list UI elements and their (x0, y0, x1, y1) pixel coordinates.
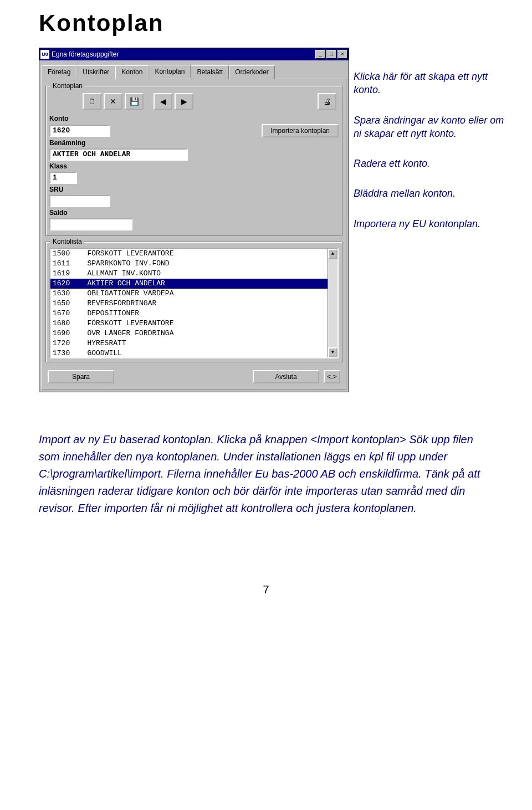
help-button[interactable]: <.> (324, 370, 340, 383)
delete-button[interactable]: ✕ (104, 93, 122, 110)
scroll-track[interactable] (328, 259, 337, 347)
label-saldo: Saldo (49, 209, 99, 217)
new-button[interactable]: 🗋 (83, 93, 101, 110)
input-konto[interactable]: 1620 (49, 125, 110, 137)
label-klass: Klass (49, 162, 99, 170)
arrow-right-icon: ▶ (181, 97, 187, 106)
tab-kontoplan[interactable]: Kontoplan (149, 65, 191, 79)
input-benamning[interactable]: AKTIER OCH ANDELAR (49, 148, 188, 161)
printer-icon: 🖨 (323, 97, 331, 106)
prev-button[interactable]: ◀ (154, 93, 172, 110)
x-icon: ✕ (110, 97, 116, 106)
app-icon: U0 (40, 50, 49, 59)
konto-listbox[interactable]: 1500 FÖRSKOTT LEVERANTÖRE1611 SPÄRRKONTO… (49, 248, 339, 358)
bottom-button-row: Spara Avsluta <.> (45, 368, 342, 386)
group-kontolista: Kontolista 1500 FÖRSKOTT LEVERANTÖRE1611… (45, 242, 342, 362)
list-item[interactable]: 1500 FÖRSKOTT LEVERANTÖRE (50, 249, 328, 259)
group-kontoplan: Kontoplan 🗋 ✕ 💾 ◀ ▶ 🖨 Konto 1620 Importe… (45, 86, 342, 236)
maximize-button[interactable]: □ (326, 50, 336, 59)
spara-button[interactable]: Spara (48, 370, 114, 383)
list-item[interactable]: 1670 DEPOSITIONER (50, 309, 328, 319)
floppy-icon: 💾 (130, 97, 139, 106)
list-item[interactable]: 1730 GOODWILL (50, 348, 328, 357)
scroll-down-button[interactable]: ▼ (328, 347, 337, 357)
label-konto: Konto (49, 115, 99, 122)
list-item[interactable]: 1680 FÖRSKOTT LEVERANTÖRE (50, 319, 328, 329)
titlebar[interactable]: U0 Egna företagsuppgifter _ □ × (39, 48, 349, 60)
group-kontolista-label: Kontolista (50, 238, 84, 245)
list-item[interactable]: 1650 REVERSFORDRINGAR (50, 299, 328, 309)
page-number: 7 (0, 583, 532, 596)
scrollbar[interactable]: ▲ ▼ (328, 249, 337, 357)
list-item[interactable]: 1690 ÖVR LÅNGFR FORDRINGA (50, 329, 328, 339)
tab-bar: Företag Utskrifter Konton Kontoplan Beta… (39, 60, 349, 79)
list-item[interactable]: 1720 HYRESRÄTT (50, 339, 328, 348)
list-item[interactable]: 1611 SPÄRRKONTO INV.FOND (50, 259, 328, 269)
tab-betalsatt[interactable]: Betalsätt (191, 65, 229, 79)
tab-utskrifter[interactable]: Utskrifter (76, 65, 115, 79)
caption-new: Klicka här för att skapa ett nytt konto. (354, 70, 509, 97)
tab-panel: Kontoplan 🗋 ✕ 💾 ◀ ▶ 🖨 Konto 1620 Importe… (42, 79, 346, 389)
caption-save: Spara ändringar av konto eller om ni ska… (354, 114, 509, 141)
next-button[interactable]: ▶ (175, 93, 193, 110)
scroll-up-button[interactable]: ▲ (328, 249, 337, 259)
close-button[interactable]: × (337, 50, 347, 59)
app-window: U0 Egna företagsuppgifter _ □ × Företag … (39, 48, 349, 392)
print-button[interactable]: 🖨 (318, 93, 336, 110)
side-captions: Klicka här för att skapa ett nytt konto.… (354, 48, 509, 247)
input-saldo[interactable] (49, 218, 132, 230)
toolbar: 🗋 ✕ 💾 ◀ ▶ 🖨 (49, 92, 339, 113)
import-kontoplan-button[interactable]: Importera kontoplan (262, 124, 339, 137)
caption-import: Importera ny EU kontonplan. (354, 217, 509, 230)
label-sru: SRU (49, 186, 99, 193)
list-item[interactable]: 1619 ALLMÄNT INV.KONTO (50, 269, 328, 279)
caption-browse: Bläddra mellan konton. (354, 187, 509, 200)
group-kontoplan-label: Kontoplan (50, 82, 85, 90)
tab-orderkoder[interactable]: Orderkoder (229, 65, 275, 79)
input-sru[interactable] (49, 195, 110, 207)
arrow-left-icon: ◀ (160, 97, 166, 106)
avsluta-button[interactable]: Avsluta (253, 370, 319, 383)
window-title: Egna företagsuppgifter (52, 50, 119, 58)
tab-foretag[interactable]: Företag (42, 65, 76, 79)
input-klass[interactable]: 1 (49, 172, 77, 184)
save-button[interactable]: 💾 (125, 93, 144, 110)
label-benamning: Benämning (49, 139, 99, 147)
minimize-button[interactable]: _ (315, 50, 325, 59)
body-text: Import av ny Eu baserad kontoplan. Klick… (39, 431, 493, 517)
caption-delete: Radera ett konto. (354, 157, 509, 170)
list-item[interactable]: 1620 AKTIER OCH ANDELAR (50, 279, 328, 289)
list-item[interactable]: 1630 OBLIGATIONER VÄRDEPA (50, 289, 328, 299)
page-title: Kontoplan (39, 10, 532, 37)
document-icon: 🗋 (88, 97, 96, 106)
tab-konton[interactable]: Konton (115, 65, 149, 79)
